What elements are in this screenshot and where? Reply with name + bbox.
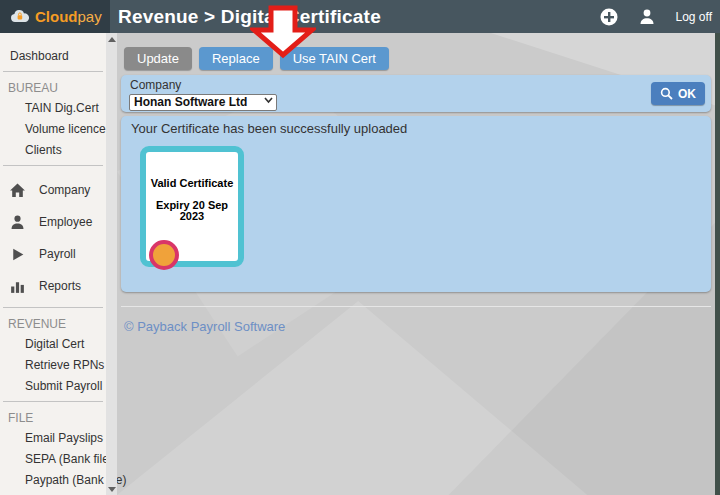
sidebar-item-submit-payroll[interactable]: Submit Payroll — [0, 375, 106, 396]
sidebar-divider — [3, 401, 103, 402]
footer-copyright-link[interactable]: © Payback Payroll Software — [124, 319, 285, 334]
sidebar-section-revenue: REVENUE — [0, 313, 106, 333]
play-icon — [9, 246, 26, 263]
company-panel: Company Honan Software Ltd OK — [121, 75, 711, 112]
sidebar-item-sepa-bank-file[interactable]: SEPA (Bank file) — [0, 448, 106, 469]
top-header-bar: Cloudpay Revenue > Digital Certificate L… — [0, 0, 720, 33]
sidebar-item-payroll[interactable]: Payroll — [0, 238, 106, 270]
sidebar-scrollbar[interactable] — [106, 33, 117, 495]
sidebar-item-clients[interactable]: Clients — [0, 139, 106, 160]
user-account-icon[interactable] — [638, 8, 656, 26]
sidebar-item-company[interactable]: Company — [0, 174, 106, 206]
sidebar-item-volume-licence[interactable]: Volume licence — [0, 118, 106, 139]
certificate-panel: Your Certificate has been successfully u… — [121, 116, 711, 292]
sidebar-item-tain-dig-cert[interactable]: TAIN Dig.Cert — [0, 97, 106, 118]
certificate-status: Valid Certificate — [146, 178, 238, 189]
footer-divider — [121, 306, 711, 307]
sidebar-section-bureau: BUREAU — [0, 77, 106, 97]
bar-chart-icon — [9, 278, 26, 295]
sidebar-section-file: FILE — [0, 407, 106, 427]
log-off-button[interactable]: Log off — [676, 10, 712, 24]
scroll-down-icon[interactable] — [106, 483, 117, 495]
certificate-seal-icon — [149, 240, 179, 270]
search-ok-button[interactable]: OK — [651, 82, 705, 105]
sidebar-item-paypath-bank-file[interactable]: Paypath (Bank file) — [0, 469, 106, 490]
sidebar-divider — [3, 165, 103, 166]
certificate-card-text: Valid Certificate Expiry 20 Sep 2023 — [146, 178, 238, 222]
sidebar-nav: Dashboard BUREAU TAIN Dig.Cert Volume li… — [0, 33, 106, 495]
add-icon[interactable] — [600, 8, 618, 26]
brand-name: Cloudpay — [35, 8, 102, 25]
sidebar-item-employee[interactable]: Employee — [0, 206, 106, 238]
person-icon — [9, 214, 26, 231]
window-edge-strip — [715, 33, 720, 495]
sidebar-item-dashboard[interactable]: Dashboard — [0, 45, 106, 66]
scroll-up-icon[interactable] — [106, 33, 117, 45]
search-icon — [660, 87, 673, 100]
company-select[interactable]: Honan Software Ltd — [129, 94, 277, 111]
certificate-card[interactable]: Valid Certificate Expiry 20 Sep 2023 — [140, 146, 244, 267]
sidebar-divider — [3, 307, 103, 308]
upload-success-message: Your Certificate has been successfully u… — [131, 121, 407, 136]
sidebar-item-reports[interactable]: Reports — [0, 270, 106, 302]
update-button[interactable]: Update — [124, 47, 192, 70]
sidebar-item-email-payslips[interactable]: Email Payslips — [0, 427, 106, 448]
company-label: Company — [130, 78, 181, 92]
app-logo[interactable]: Cloudpay — [0, 0, 110, 33]
sidebar-divider — [3, 71, 103, 72]
certificate-expiry: Expiry 20 Sep 2023 — [146, 200, 238, 222]
sidebar-item-digital-cert[interactable]: Digital Cert — [0, 333, 106, 354]
home-icon — [9, 182, 26, 199]
sidebar-item-retrieve-rpns[interactable]: Retrieve RPNs — [0, 354, 106, 375]
callout-arrow-icon — [250, 5, 316, 59]
cloud-logo-icon — [10, 9, 30, 24]
